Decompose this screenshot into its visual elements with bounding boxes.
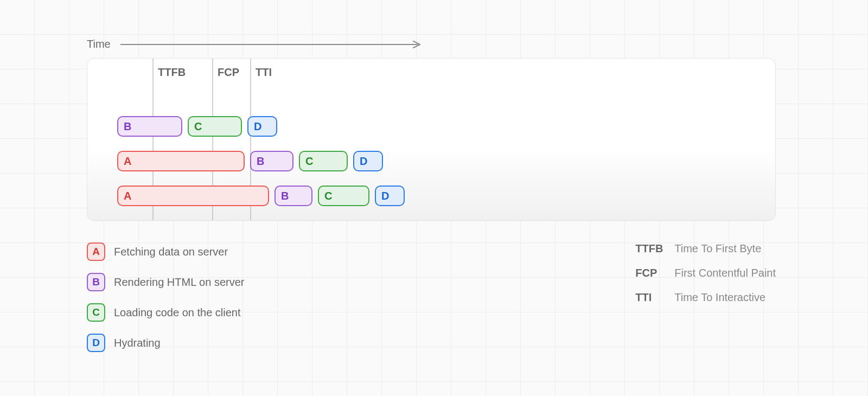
- phase-bar-a: A: [117, 186, 269, 206]
- phase-bar-label: B: [281, 190, 289, 202]
- phase-bar-label: B: [257, 155, 264, 168]
- timeline-row: ABCD: [87, 151, 775, 171]
- phase-legend-item: DHydrating: [87, 334, 244, 352]
- phase-bar-c: C: [188, 116, 242, 137]
- phase-legend-text: Rendering HTML on server: [114, 276, 244, 289]
- phase-bar-d: D: [247, 116, 277, 137]
- metric-abbr: FCP: [635, 267, 666, 279]
- time-label: Time: [87, 38, 111, 50]
- phase-legend-text: Loading code on the client: [114, 306, 241, 319]
- phase-bar-b: B: [250, 151, 293, 171]
- phase-bar-label: C: [305, 155, 313, 168]
- metric-legend-item: FCPFirst Contentful Paint: [635, 267, 776, 279]
- metric-desc: Time To First Byte: [674, 242, 761, 255]
- marker-label-fcp: FCP: [218, 66, 239, 79]
- phase-legend: AFetching data on serverBRendering HTML …: [87, 242, 244, 352]
- marker-label-tti: TTI: [256, 66, 272, 79]
- phase-pill-d: D: [87, 334, 105, 352]
- phase-bar-b: B: [117, 116, 182, 137]
- phase-bar-d: D: [353, 151, 383, 171]
- metric-desc: First Contentful Paint: [674, 267, 776, 279]
- phase-pill-b: B: [87, 273, 105, 291]
- phase-bar-label: A: [124, 155, 131, 168]
- metric-abbr: TTI: [635, 291, 666, 304]
- phase-bar-d: D: [375, 186, 405, 206]
- phase-legend-text: Fetching data on server: [114, 246, 228, 258]
- metric-legend-item: TTITime To Interactive: [635, 291, 776, 304]
- phase-legend-item: CLoading code on the client: [87, 303, 244, 322]
- phase-bar-b: B: [275, 186, 312, 206]
- phase-bar-label: C: [194, 120, 202, 133]
- phase-legend-item: BRendering HTML on server: [87, 273, 244, 291]
- phase-bar-label: B: [124, 120, 131, 133]
- phase-bar-label: D: [381, 190, 389, 202]
- phase-bar-label: C: [324, 190, 332, 202]
- timeline-panel: TTFBFCPTTI BCDABCDABCD: [87, 58, 776, 221]
- timeline-rows: BCDABCDABCD: [87, 116, 775, 220]
- phase-bar-label: A: [124, 190, 131, 202]
- metric-abbr: TTFB: [635, 242, 666, 255]
- phase-legend-item: AFetching data on server: [87, 242, 244, 261]
- phase-pill-c: C: [87, 303, 105, 322]
- timeline-row: BCD: [87, 116, 775, 137]
- phase-pill-a: A: [87, 242, 105, 261]
- time-arrow-icon: [120, 41, 424, 48]
- phase-bar-label: D: [254, 120, 261, 133]
- metric-legend-item: TTFBTime To First Byte: [635, 242, 776, 255]
- phase-legend-text: Hydrating: [114, 337, 161, 349]
- phase-bar-label: D: [360, 155, 367, 168]
- metric-legend: TTFBTime To First ByteFCPFirst Contentfu…: [635, 242, 776, 352]
- phase-bar-c: C: [318, 186, 369, 206]
- timeline-row: ABCD: [87, 186, 775, 206]
- phase-bar-c: C: [299, 151, 348, 171]
- marker-label-ttfb: TTFB: [158, 66, 186, 79]
- phase-bar-a: A: [117, 151, 245, 171]
- time-axis: Time: [87, 38, 776, 50]
- metric-desc: Time To Interactive: [674, 291, 765, 304]
